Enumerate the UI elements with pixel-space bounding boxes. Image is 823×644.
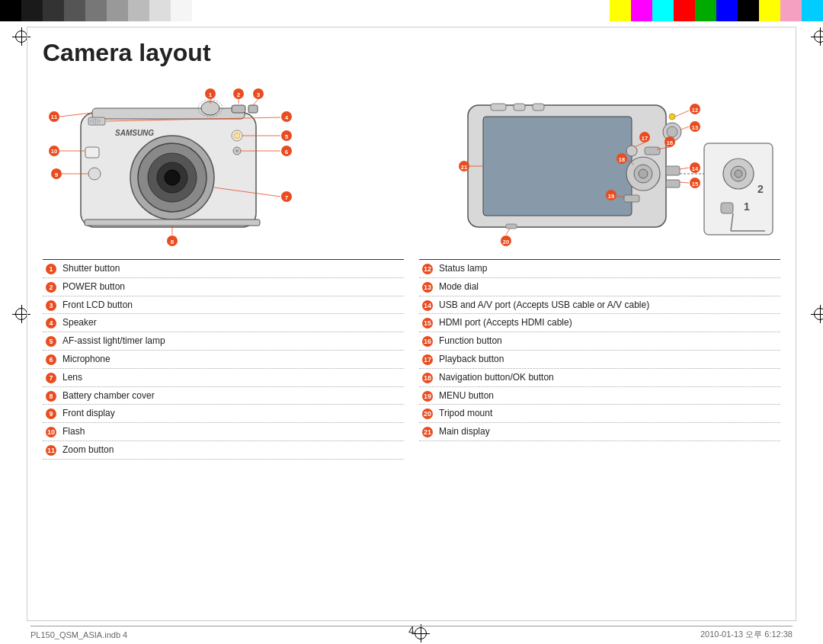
legend-label: MENU button xyxy=(439,389,494,402)
svg-rect-73 xyxy=(624,195,639,202)
legend-number: 6 xyxy=(46,354,62,365)
svg-line-33 xyxy=(253,99,258,105)
swatch-yellow2 xyxy=(759,0,780,21)
legend-number: 12 xyxy=(422,264,439,274)
legend-section: 1 Shutter button 2 POWER button 3 Front … xyxy=(43,259,780,460)
legend-number: 14 xyxy=(422,300,439,311)
legend-item: 1 Shutter button xyxy=(43,260,404,278)
legend-number: 11 xyxy=(46,445,62,456)
page-content: Camera layout xyxy=(27,27,796,621)
svg-rect-66 xyxy=(666,166,680,175)
color-bar xyxy=(0,0,823,21)
legend-item: 8 Battery chamber cover xyxy=(43,387,404,405)
camera-back-diagram: 1 2 12 13 14 15 16 xyxy=(445,75,780,250)
swatch-lightgray1 xyxy=(128,0,149,21)
swatch-lightgray2 xyxy=(149,0,171,21)
legend-label: HDMI port (Accepts HDMI cable) xyxy=(439,316,572,329)
swatch-blue xyxy=(716,0,738,21)
svg-text:1: 1 xyxy=(209,91,213,98)
legend-item: 4 Speaker xyxy=(43,314,404,332)
legend-number: 2 xyxy=(46,282,62,293)
svg-text:19: 19 xyxy=(608,193,614,200)
legend-label: Status lamp xyxy=(439,262,487,275)
legend-label: Mode dial xyxy=(439,280,479,293)
page-title: Camera layout xyxy=(43,39,780,67)
legend-item: 14 USB and A/V port (Accepts USB cable o… xyxy=(419,296,780,315)
swatch-pink xyxy=(780,0,802,21)
svg-text:6: 6 xyxy=(285,149,289,155)
svg-point-70 xyxy=(639,169,648,178)
svg-rect-71 xyxy=(645,147,660,155)
svg-line-96 xyxy=(680,182,689,183)
svg-rect-74 xyxy=(506,224,517,229)
svg-rect-67 xyxy=(666,180,680,187)
camera-front-diagram: SAMSUNG 1 2 3 4 5 6 xyxy=(43,75,302,250)
svg-point-22 xyxy=(88,168,101,180)
legend-number: 21 xyxy=(422,427,439,437)
legend-item: 18 Navigation button/OK button xyxy=(419,369,780,387)
legend-label: Tripod mount xyxy=(439,407,492,420)
svg-text:13: 13 xyxy=(692,124,698,131)
swatch-darkgray1 xyxy=(21,0,43,21)
legend-label: Front LCD button xyxy=(62,299,133,312)
swatch-spacer xyxy=(192,0,610,21)
left-legend: 1 Shutter button 2 POWER button 3 Front … xyxy=(43,259,404,460)
legend-item: 11 Zoom button xyxy=(43,441,404,460)
svg-rect-21 xyxy=(85,219,260,226)
footer-left: PL150_QSM_ASIA.indb 4 xyxy=(30,630,127,639)
svg-text:3: 3 xyxy=(257,91,261,98)
legend-item: 13 Mode dial xyxy=(419,278,780,296)
swatch-black xyxy=(0,0,21,21)
svg-text:9: 9 xyxy=(55,171,59,178)
legend-number: 9 xyxy=(46,409,62,419)
legend-item: 21 Main display xyxy=(419,423,780,441)
svg-point-20 xyxy=(235,149,239,152)
svg-line-111 xyxy=(506,229,510,235)
svg-rect-23 xyxy=(85,147,99,158)
legend-label: Navigation button/OK button xyxy=(439,371,554,384)
svg-point-18 xyxy=(234,133,240,139)
svg-rect-61 xyxy=(514,104,525,111)
legend-number: 1 xyxy=(46,264,62,274)
svg-text:17: 17 xyxy=(642,135,648,142)
legend-label: Zoom button xyxy=(62,444,114,457)
swatch-red xyxy=(674,0,695,21)
legend-label: Speaker xyxy=(62,316,97,329)
legend-number: 20 xyxy=(422,409,439,419)
legend-number: 4 xyxy=(46,318,62,328)
diagrams-row: SAMSUNG 1 2 3 4 5 6 xyxy=(43,75,780,250)
swatch-cyan xyxy=(652,0,674,21)
svg-text:11: 11 xyxy=(51,114,57,120)
svg-text:10: 10 xyxy=(51,148,57,155)
swatch-white xyxy=(171,0,192,21)
legend-number: 5 xyxy=(46,336,62,347)
legend-item: 12 Status lamp xyxy=(419,260,780,278)
footer-right: 2010-01-13 오루 6:12:38 xyxy=(700,629,793,640)
swatch-green xyxy=(695,0,716,21)
svg-point-16 xyxy=(165,170,180,185)
swatch-black2 xyxy=(738,0,759,21)
legend-number: 7 xyxy=(46,373,62,383)
legend-number: 8 xyxy=(46,391,62,402)
legend-label: Battery chamber cover xyxy=(62,389,155,402)
legend-label: Microphone xyxy=(62,353,110,366)
right-legend: 12 Status lamp 13 Mode dial 14 USB and A… xyxy=(419,259,780,460)
legend-label: Shutter button xyxy=(62,262,120,275)
legend-item: 5 AF-assist light/timer lamp xyxy=(43,332,404,351)
legend-label: AF-assist light/timer lamp xyxy=(62,335,165,348)
svg-text:20: 20 xyxy=(503,239,509,245)
legend-item: 19 MENU button xyxy=(419,387,780,405)
legend-number: 15 xyxy=(422,318,439,328)
legend-item: 17 Playback button xyxy=(419,351,780,369)
legend-label: Playback button xyxy=(439,353,504,366)
legend-item: 2 POWER button xyxy=(43,278,404,296)
legend-label: Lens xyxy=(62,371,82,384)
svg-text:15: 15 xyxy=(692,181,698,187)
legend-label: POWER button xyxy=(62,280,125,293)
svg-rect-62 xyxy=(533,104,544,111)
legend-item: 10 Flash xyxy=(43,423,404,441)
footer: PL150_QSM_ASIA.indb 4 2010-01-13 오루 6:12… xyxy=(30,626,793,640)
svg-text:SAMSUNG: SAMSUNG xyxy=(115,129,154,137)
swatch-darkgray2 xyxy=(43,0,64,21)
svg-rect-5 xyxy=(248,105,258,113)
